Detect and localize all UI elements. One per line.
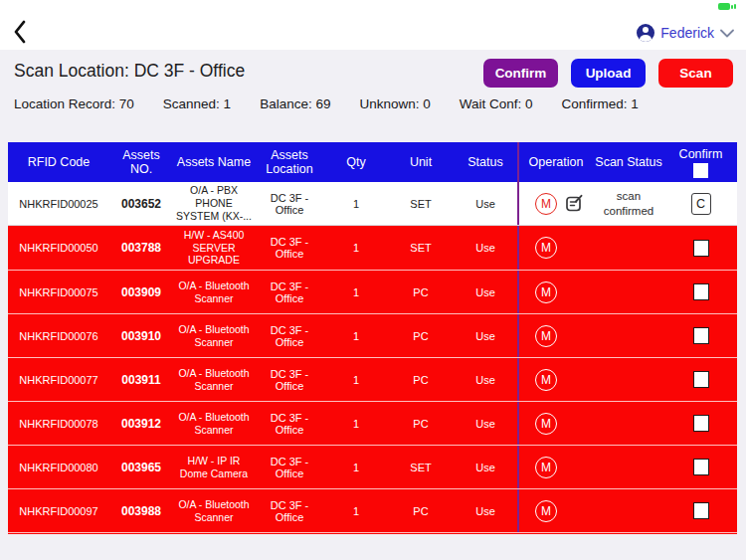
cell-qty: 1 — [324, 358, 388, 401]
cell-status: Use — [454, 489, 517, 532]
col-confirm-label: Confirm — [679, 147, 723, 161]
assets-table: RFID Code Assets NO. Assets Name Assets … — [8, 142, 737, 534]
cell-scan-status — [593, 271, 664, 313]
cell-unit: SET — [388, 182, 454, 225]
confirm-checkbox[interactable] — [693, 502, 709, 519]
cell-unit: SET — [388, 226, 454, 270]
cell-confirm — [664, 271, 737, 313]
cell-status: Use — [454, 226, 517, 270]
confirm-c-button[interactable]: C — [691, 193, 711, 215]
confirm-checkbox[interactable] — [693, 371, 709, 388]
col-assets-no: Assets NO. — [109, 142, 173, 182]
cell-unit: PC — [388, 489, 454, 532]
scan-button[interactable]: Scan — [658, 59, 733, 88]
cell-rfid-code: NHKRFID00097 — [8, 489, 109, 532]
cell-qty: 1 — [324, 446, 388, 488]
cell-rfid-code: NHKRFID00080 — [8, 446, 109, 488]
select-all-checkbox[interactable] — [693, 163, 708, 178]
col-qty: Qty — [324, 142, 388, 182]
chevron-down-icon — [720, 29, 734, 38]
cell-operation: M — [517, 358, 593, 401]
table-header-row: RFID Code Assets NO. Assets Name Assets … — [8, 142, 737, 182]
confirm-checkbox[interactable] — [693, 240, 709, 257]
cell-assets-no: 003788 — [109, 226, 173, 270]
m-circle-icon[interactable]: M — [535, 281, 557, 303]
confirm-checkbox[interactable] — [693, 415, 709, 432]
cell-assets-location: DC 3F - Office — [255, 226, 324, 270]
stat-confirmed: Confirmed: 1 — [562, 96, 639, 111]
m-circle-icon[interactable]: M — [535, 500, 557, 522]
header-actions: Confirm Upload Scan — [483, 59, 733, 88]
confirm-checkbox[interactable] — [693, 283, 709, 300]
cell-qty: 1 — [324, 402, 388, 445]
cell-assets-name: O/A - PBX PHONE SYSTEM (KX-... — [173, 182, 255, 225]
cell-scan-status — [593, 489, 664, 532]
cell-rfid-code: NHKRFID00050 — [8, 226, 109, 270]
cell-confirm — [664, 489, 737, 532]
cell-scan-status — [593, 446, 664, 488]
cell-rfid-code: NHKRFID00078 — [8, 402, 109, 445]
table-row: NHKRFID00080003965H/W - IP IR Dome Camer… — [8, 445, 737, 488]
table-row: NHKRFID00075003909O/A - Bluetooth Scanne… — [8, 270, 737, 313]
cell-confirm — [664, 358, 737, 401]
stat-balance: Balance: 69 — [260, 96, 330, 111]
col-rfid-code: RFID Code — [8, 142, 109, 182]
battery-indicator-icon — [734, 4, 736, 9]
cell-assets-name: O/A - Bluetooth Scanner — [173, 271, 255, 313]
user-name: Federick — [660, 25, 714, 41]
cell-operation: M — [517, 446, 593, 488]
confirm-button[interactable]: Confirm — [483, 59, 558, 88]
confirm-checkbox[interactable] — [693, 459, 709, 475]
col-scan-status: Scan Status — [593, 142, 664, 182]
m-circle-icon[interactable]: M — [535, 193, 557, 215]
cell-scan-status: scan confirmed — [593, 182, 664, 225]
cell-qty: 1 — [324, 226, 388, 270]
col-status: Status — [454, 142, 517, 182]
back-button[interactable] — [12, 19, 32, 45]
cell-operation: M — [517, 226, 593, 270]
cell-assets-name: O/A - Bluetooth Scanner — [173, 358, 255, 401]
cell-assets-location: DC 3F - Office — [255, 402, 324, 445]
cell-assets-no: 003909 — [109, 271, 173, 313]
cell-qty: 1 — [324, 489, 388, 532]
table-row: NHKRFID00076003910O/A - Bluetooth Scanne… — [8, 313, 737, 357]
user-menu[interactable]: Federick — [637, 24, 734, 42]
cell-confirm — [664, 446, 737, 488]
cell-confirm — [664, 314, 737, 357]
top-bar: Federick — [0, 0, 746, 50]
cell-rfid-code: NHKRFID00075 — [8, 271, 109, 313]
cell-confirm — [664, 402, 737, 445]
upload-button[interactable]: Upload — [571, 59, 646, 88]
table-row: NHKRFID00097003988O/A - Bluetooth Scanne… — [8, 488, 737, 532]
page-title: Scan Location: DC 3F - Office — [14, 61, 245, 82]
cell-assets-name: O/A - Bluetooth Scanner — [173, 314, 255, 357]
cell-assets-location: DC 3F - Office — [255, 358, 324, 401]
cell-assets-no: 003652 — [109, 182, 173, 225]
cell-scan-status — [593, 226, 664, 270]
table-row: NHKRFID00050003788H/W - AS400 SERVER UPG… — [8, 226, 737, 270]
cell-assets-name: H/W - AS400 SERVER UPGRADE — [173, 226, 255, 270]
cell-operation: M — [517, 314, 593, 357]
cell-operation: M — [517, 489, 593, 532]
m-circle-icon[interactable]: M — [535, 413, 557, 435]
cell-rfid-code: NHKRFID00076 — [8, 314, 109, 357]
m-circle-icon[interactable]: M — [535, 237, 557, 259]
edit-note-icon[interactable] — [564, 193, 585, 214]
cell-assets-name: H/W - IP IR Dome Camera — [173, 446, 255, 488]
cell-unit: SET — [388, 446, 454, 488]
m-circle-icon[interactable]: M — [535, 369, 557, 391]
cell-assets-location: DC 3F - Office — [255, 271, 324, 313]
cell-status: Use — [454, 271, 517, 313]
cell-assets-location: DC 3F - Office — [255, 182, 324, 225]
cell-qty: 1 — [324, 314, 388, 357]
m-circle-icon[interactable]: M — [535, 325, 557, 347]
stat-unknown: Unknown: 0 — [359, 96, 430, 111]
cell-assets-location: DC 3F - Office — [255, 314, 324, 357]
cell-unit: PC — [388, 271, 454, 313]
col-assets-name: Assets Name — [173, 142, 255, 182]
cell-assets-location: DC 3F - Office — [255, 446, 324, 488]
cell-assets-no: 003965 — [109, 446, 173, 488]
m-circle-icon[interactable]: M — [535, 457, 557, 478]
col-operation: Operation — [517, 142, 593, 182]
confirm-checkbox[interactable] — [693, 327, 709, 344]
